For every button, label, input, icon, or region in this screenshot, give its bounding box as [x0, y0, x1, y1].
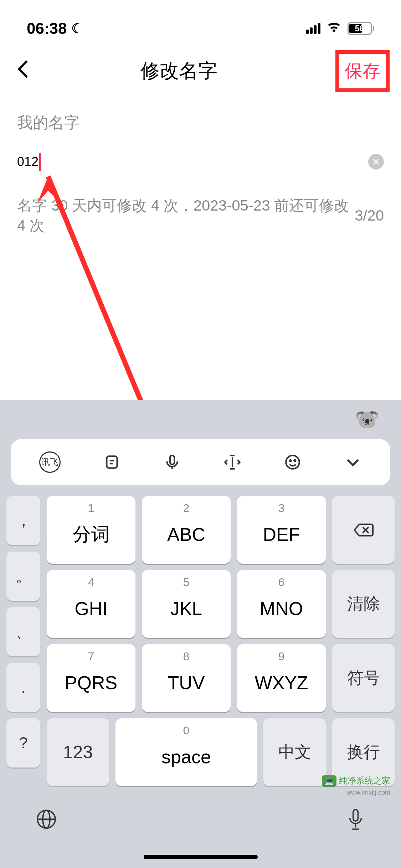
svg-point-7 — [290, 460, 291, 461]
punct-key-enum[interactable]: 、 — [6, 607, 40, 656]
key-7-pqrs[interactable]: 7 PQRS — [47, 644, 135, 712]
svg-rect-12 — [353, 810, 358, 821]
key-8-tuv[interactable]: 8 TUV — [142, 644, 231, 712]
punct-key-period-cn[interactable]: 。 — [6, 552, 40, 601]
keyboard-emoji-bar: 🐨 — [0, 400, 401, 439]
field-label: 我的名字 — [17, 112, 384, 133]
key-space[interactable]: 0 space — [115, 718, 257, 786]
save-button[interactable]: 保存 — [335, 50, 390, 92]
nav-bar: 修改名字 保存 — [0, 46, 401, 96]
helper-row: 名字 30 天内可修改 4 次，2023-05-23 前还可修改 4 次 3/2… — [17, 196, 384, 236]
globe-icon[interactable] — [36, 808, 57, 835]
punct-column: ， 。 、 . ? — [6, 496, 40, 786]
key-6-mno[interactable]: 6 MNO — [237, 570, 326, 638]
input-value: 012 — [17, 154, 38, 169]
battery-icon: 56 — [348, 22, 374, 35]
mic-icon[interactable] — [163, 453, 181, 471]
name-input[interactable]: 012 — [17, 153, 41, 171]
key-clear[interactable]: 清除 — [332, 570, 395, 638]
input-row: 012 — [17, 153, 384, 171]
punct-key-comma[interactable]: ， — [6, 496, 40, 545]
punct-key-question[interactable]: ? — [6, 718, 40, 768]
time-text: 06:38 — [27, 20, 67, 37]
keyboard-toolbar: 讯飞 — [11, 439, 390, 485]
battery-text: 56 — [355, 24, 365, 33]
emoji-icon[interactable]: 🐨 — [355, 408, 380, 431]
back-button[interactable] — [17, 60, 28, 83]
key-2-abc[interactable]: 2 ABC — [142, 496, 231, 564]
home-indicator[interactable] — [144, 855, 258, 859]
clear-button[interactable] — [368, 154, 384, 170]
key-lang[interactable]: 中文 — [263, 718, 326, 786]
char-count: 3/20 — [355, 207, 384, 224]
moon-icon: ☾ — [71, 21, 83, 36]
key-4-ghi[interactable]: 4 GHI — [47, 570, 135, 638]
status-time: 06:38 ☾ — [27, 20, 83, 37]
watermark: 💻 纯净系统之家 www.vrixitj.com — [322, 775, 390, 797]
side-column: 清除 符号 换行 — [332, 496, 395, 786]
status-right: 56 — [306, 22, 374, 35]
cursor-icon[interactable] — [223, 453, 241, 471]
page-title: 修改名字 — [140, 58, 217, 84]
svg-rect-1 — [107, 456, 117, 468]
keyboard: 🐨 讯飞 ， 。 、 . ? — [0, 400, 401, 868]
clipboard-icon[interactable] — [103, 453, 121, 471]
keyboard-keys: ， 。 、 . ? 1 分词 2 ABC — [0, 496, 401, 797]
svg-point-6 — [286, 455, 299, 469]
key-symbol[interactable]: 符号 — [332, 644, 395, 712]
text-cursor-icon — [39, 153, 41, 171]
punct-key-period[interactable]: . — [6, 663, 40, 712]
content-area: 我的名字 012 名字 30 天内可修改 4 次，2023-05-23 前还可修… — [0, 96, 401, 252]
key-1-fenci[interactable]: 1 分词 — [47, 496, 135, 564]
svg-rect-4 — [170, 455, 175, 464]
iflytek-icon[interactable]: 讯飞 — [39, 451, 61, 473]
emoji-toolbar-icon[interactable] — [284, 453, 302, 471]
helper-text: 名字 30 天内可修改 4 次，2023-05-23 前还可修改 4 次 — [17, 196, 355, 236]
key-5-jkl[interactable]: 5 JKL — [142, 570, 231, 638]
status-bar: 06:38 ☾ 56 — [0, 0, 401, 46]
signal-icon — [306, 23, 320, 34]
key-3-def[interactable]: 3 DEF — [237, 496, 326, 564]
mic-bottom-icon[interactable] — [346, 808, 365, 836]
wifi-icon — [327, 22, 341, 35]
collapse-icon[interactable] — [344, 453, 362, 471]
key-123[interactable]: 123 — [47, 718, 109, 786]
key-backspace[interactable] — [332, 496, 395, 564]
svg-point-8 — [294, 460, 295, 461]
key-9-wxyz[interactable]: 9 WXYZ — [237, 644, 326, 712]
